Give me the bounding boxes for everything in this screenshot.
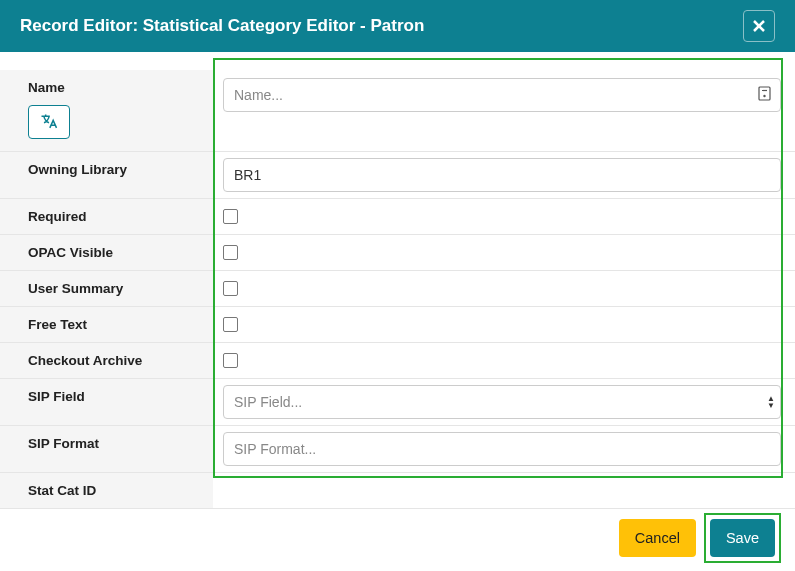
label-opac-visible-text: OPAC Visible	[28, 245, 113, 260]
owning-library-select[interactable]: BR1	[223, 158, 781, 192]
row-sip-field: SIP Field SIP Field... ▲▼	[0, 379, 795, 426]
label-free-text: Free Text	[0, 307, 213, 342]
cell-sip-field: SIP Field... ▲▼	[213, 379, 795, 425]
row-owning-library: Owning Library BR1	[0, 152, 795, 199]
translate-button[interactable]	[28, 105, 70, 139]
row-user-summary: User Summary	[0, 271, 795, 307]
label-user-summary-text: User Summary	[28, 281, 123, 296]
close-icon	[751, 18, 767, 34]
cell-user-summary	[213, 271, 795, 306]
row-checkout-archive: Checkout Archive	[0, 343, 795, 379]
cancel-button[interactable]: Cancel	[619, 519, 696, 557]
row-opac-visible: OPAC Visible	[0, 235, 795, 271]
label-free-text-text: Free Text	[28, 317, 87, 332]
cell-checkout-archive	[213, 343, 795, 378]
label-sip-format: SIP Format	[0, 426, 213, 472]
close-button[interactable]	[743, 10, 775, 42]
sip-format-input[interactable]	[223, 432, 781, 466]
form-body: Name Owning Library BR1 R	[0, 52, 795, 509]
row-sip-format: SIP Format	[0, 426, 795, 473]
label-sip-field-text: SIP Field	[28, 389, 85, 404]
label-sip-field: SIP Field	[0, 379, 213, 425]
cell-stat-cat-id	[213, 473, 795, 508]
free-text-checkbox[interactable]	[223, 317, 238, 332]
sip-field-spinner-icon: ▲▼	[767, 395, 775, 409]
label-owning-library: Owning Library	[0, 152, 213, 198]
label-checkout-archive-text: Checkout Archive	[28, 353, 142, 368]
label-sip-format-text: SIP Format	[28, 436, 99, 451]
cell-sip-format	[213, 426, 795, 472]
dialog-header: Record Editor: Statistical Category Edit…	[0, 0, 795, 52]
user-summary-checkbox[interactable]	[223, 281, 238, 296]
dialog-footer: Cancel Save	[619, 513, 781, 563]
label-name: Name	[0, 70, 213, 151]
label-checkout-archive: Checkout Archive	[0, 343, 213, 378]
cell-opac-visible	[213, 235, 795, 270]
checkout-archive-checkbox[interactable]	[223, 353, 238, 368]
highlight-outline-save: Save	[704, 513, 781, 563]
label-stat-cat-id-text: Stat Cat ID	[28, 483, 96, 498]
cell-required	[213, 199, 795, 234]
sip-field-select[interactable]: SIP Field...	[223, 385, 781, 419]
dialog-title: Record Editor: Statistical Category Edit…	[20, 16, 424, 36]
row-required: Required	[0, 199, 795, 235]
label-opac-visible: OPAC Visible	[0, 235, 213, 270]
required-checkbox[interactable]	[223, 209, 238, 224]
owning-library-value: BR1	[234, 167, 261, 183]
sip-field-placeholder: SIP Field...	[234, 394, 302, 410]
label-required: Required	[0, 199, 213, 234]
label-user-summary: User Summary	[0, 271, 213, 306]
opac-visible-checkbox[interactable]	[223, 245, 238, 260]
translate-icon	[39, 112, 59, 132]
row-name: Name	[0, 70, 795, 152]
label-stat-cat-id: Stat Cat ID	[0, 473, 213, 508]
label-owning-library-text: Owning Library	[28, 162, 127, 177]
cell-owning-library: BR1	[213, 152, 795, 198]
label-name-text: Name	[28, 80, 65, 95]
name-input[interactable]	[223, 78, 781, 112]
row-stat-cat-id: Stat Cat ID	[0, 473, 795, 509]
cell-free-text	[213, 307, 795, 342]
save-button[interactable]: Save	[710, 519, 775, 557]
cell-name	[213, 70, 795, 151]
row-free-text: Free Text	[0, 307, 795, 343]
label-required-text: Required	[28, 209, 87, 224]
